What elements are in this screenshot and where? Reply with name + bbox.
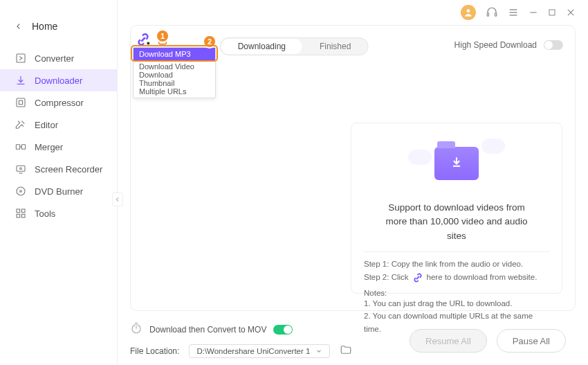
note1: 1. You can just drag the URL to download…	[364, 297, 549, 310]
svg-rect-13	[16, 145, 19, 150]
svg-point-18	[20, 168, 22, 170]
file-location-select[interactable]: D:\Wondershare UniConverter 1	[189, 344, 330, 358]
empty-state-card: Support to download videos from more tha…	[351, 123, 562, 294]
sidebar-item-label: Downloader	[35, 75, 82, 86]
download-type-dropdown: Download MP3 Download Video Download Thu…	[133, 47, 216, 98]
sidebar-item-compressor[interactable]: Compressor	[0, 91, 117, 114]
dropdown-item-thumbnail[interactable]: Download Thumbnail	[134, 73, 215, 85]
sidebar-item-label: Screen Recorder	[35, 164, 102, 175]
download-arrow-icon	[450, 155, 463, 172]
sidebar-item-converter[interactable]: Converter	[0, 47, 117, 69]
svg-rect-14	[21, 145, 25, 150]
sidebar-item-screenrecorder[interactable]: Screen Recorder	[0, 158, 117, 180]
tab-downloading[interactable]: Downloading	[221, 39, 302, 54]
add-link-icon[interactable]	[136, 32, 151, 47]
sidebar-item-label: Compressor	[35, 98, 84, 108]
dropdown-item-mp3[interactable]: Download MP3	[134, 48, 215, 60]
high-speed-row: High Speed Download	[454, 40, 563, 50]
home-label: Home	[32, 21, 57, 32]
sidebar-item-label: Editor	[35, 120, 58, 130]
convert-label: Download then Convert to MOV	[149, 325, 266, 335]
sidebar-item-merger[interactable]: Merger	[0, 136, 117, 158]
svg-rect-10	[17, 54, 25, 62]
timer-icon	[130, 322, 143, 337]
sidebar: Home Converter Downloader Compressor Edi…	[0, 0, 118, 365]
svg-point-19	[17, 187, 25, 195]
file-location-label: File Location:	[130, 346, 179, 356]
step1-text: Step 1: Copy the link from the audio or …	[364, 258, 549, 271]
link-mini-icon	[412, 271, 424, 284]
svg-rect-12	[19, 100, 22, 104]
resume-all-button[interactable]: Resume All	[410, 329, 487, 353]
home-row[interactable]: Home	[0, 0, 117, 43]
notes-head: Notes:	[364, 289, 549, 297]
sidebar-item-tools[interactable]: Tools	[0, 202, 117, 224]
tab-finished[interactable]: Finished	[303, 38, 367, 55]
high-speed-label: High Speed Download	[454, 40, 537, 50]
hint-badge-2: 2	[203, 35, 217, 48]
high-speed-toggle[interactable]	[544, 40, 563, 50]
svg-rect-21	[17, 209, 20, 213]
support-text: Support to download videos from more tha…	[364, 194, 549, 251]
svg-rect-23	[17, 214, 20, 217]
sidebar-item-label: DVD Burner	[35, 186, 83, 197]
svg-rect-11	[17, 98, 25, 107]
svg-rect-22	[21, 209, 25, 213]
convert-toggle[interactable]	[273, 325, 293, 335]
sidebar-item-label: Converter	[35, 53, 74, 64]
sidebar-item-label: Merger	[35, 142, 63, 152]
open-folder-icon[interactable]	[340, 344, 352, 358]
tabs: Downloading Finished	[220, 37, 369, 55]
hint-badge-1: 1	[156, 29, 169, 43]
sidebar-item-dvdburner[interactable]: DVD Burner	[0, 180, 117, 202]
svg-point-20	[20, 190, 22, 193]
sidebar-item-label: Tools	[35, 208, 55, 219]
chevron-left-icon	[15, 21, 22, 32]
svg-rect-24	[21, 214, 25, 217]
svg-rect-16	[17, 166, 25, 171]
pause-all-button[interactable]: Pause All	[497, 329, 566, 353]
sidebar-item-editor[interactable]: Editor	[0, 114, 117, 136]
folder-illustration	[364, 133, 549, 194]
step2-text: Step 2: Click here to download from webs…	[364, 271, 549, 285]
sidebar-item-downloader[interactable]: Downloader	[0, 69, 117, 91]
